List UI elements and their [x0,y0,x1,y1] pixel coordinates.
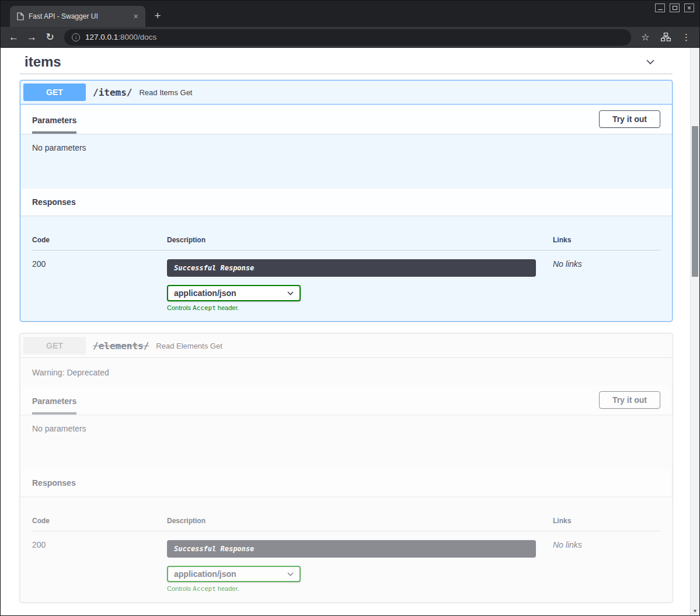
url-path: :8000/docs [118,33,156,41]
menu-icon[interactable]: ⋮ [678,29,695,46]
tab-tree-icon[interactable] [657,29,674,46]
response-row: 200 Successful Response application/json… [32,531,660,593]
vertical-scrollbar[interactable]: ▼ [690,48,699,615]
col-code-header: Code [32,236,167,244]
tag-section-header[interactable]: items [20,50,673,74]
operation-path: /elements/ [86,340,156,351]
responses-table-head: Code Description Links [32,236,660,250]
reload-icon[interactable]: ↻ [41,29,58,46]
responses-table: Code Description Links 200 Successful Re… [20,215,672,321]
page-icon [17,12,24,20]
swagger-ui: items GET /items/ Read Items Get Paramet… [1,48,690,615]
no-parameters-text: No parameters [20,415,672,469]
operation-summary-bar[interactable]: GET /items/ Read Items Get [20,81,672,105]
operation-description: Read Elements Get [156,342,222,350]
col-links-header: Links [553,236,660,244]
operation-description: Read Items Get [139,88,192,97]
forward-icon[interactable]: → [23,29,40,46]
address-bar[interactable]: i 127.0.0.1:8000/docs [64,29,631,46]
media-type-select[interactable]: application/json [167,285,301,301]
browser-toolbar: ← → ↻ i 127.0.0.1:8000/docs ☆ ⋮ [1,27,699,48]
col-description-header: Description [167,236,553,244]
col-code-header: Code [32,517,167,525]
accept-hint-suffix: header. [216,304,239,311]
collapse-chevron-icon[interactable] [643,55,657,69]
accept-header-hint: Controls Accept header. [167,304,553,312]
accept-header-hint: Controls Accept header. [167,585,553,593]
operation-summary-bar[interactable]: GET /elements/ Read Elements Get [20,334,672,358]
select-caret-icon [287,572,294,576]
minimize-icon [658,6,663,10]
media-type-value: application/json [174,569,236,579]
no-parameters-text: No parameters [20,134,672,189]
accept-hint-suffix: header. [216,585,239,592]
links-cell: No links [553,540,660,593]
accept-hint-code: Accept [193,304,216,312]
accept-hint-code: Accept [193,585,216,593]
media-type-select[interactable]: application/json [167,566,301,582]
response-description: Successful Response [167,540,536,558]
select-caret-icon [287,291,294,295]
close-button[interactable]: × [684,4,694,12]
col-description-header: Description [167,517,553,525]
tab-close-icon[interactable]: × [131,12,141,22]
parameters-tab: Parameters [32,105,76,134]
try-it-out-button[interactable]: Try it out [599,110,660,128]
links-cell: No links [553,259,660,312]
scrollbar-thumb[interactable] [692,126,698,277]
status-code: 200 [32,540,167,593]
responses-table: Code Description Links 200 Successful Re… [20,496,672,602]
status-code: 200 [32,259,167,312]
response-description-cell: Successful Response application/json Con… [167,259,553,312]
accept-hint-prefix: Controls [167,585,193,592]
responses-title: Responses [32,469,76,496]
site-info-icon[interactable]: i [72,33,80,41]
tab-strip: Fast API - Swagger UI × + × [1,1,699,27]
try-it-out-button[interactable]: Try it out [599,391,660,409]
response-description-cell: Successful Response application/json Con… [167,540,553,593]
maximize-button[interactable] [670,4,680,12]
col-links-header: Links [553,517,660,525]
accept-hint-prefix: Controls [167,304,193,311]
deprecated-content: GET /elements/ Read Elements Get Warning… [20,334,672,602]
minimize-button[interactable] [655,4,665,12]
scroll-down-icon[interactable]: ▼ [691,607,699,615]
method-badge: GET [23,337,86,354]
tab-title: Fast API - Swagger UI [29,12,126,20]
close-icon: × [687,5,691,12]
deprecated-warning: Warning: Deprecated [20,358,672,385]
parameters-tab: Parameters [32,385,76,415]
url-text: 127.0.0.1:8000/docs [85,33,156,41]
media-type-value: application/json [174,288,236,298]
opblock-get-items: GET /items/ Read Items Get Parameters Tr… [20,80,673,322]
responses-header: Responses [20,189,672,215]
maximize-icon [673,6,677,10]
response-description: Successful Response [167,259,536,277]
response-row: 200 Successful Response application/json… [32,250,660,312]
parameters-header: Parameters Try it out [20,385,672,415]
browser-window: Fast API - Swagger UI × + × ← → ↻ i 127.… [0,0,700,616]
method-badge: GET [23,83,86,101]
responses-header: Responses [20,469,672,496]
responses-title: Responses [32,189,76,215]
url-host: 127.0.0.1 [85,33,118,41]
responses-table-head: Code Description Links [32,517,660,531]
opblock-get-elements-deprecated: GET /elements/ Read Elements Get Warning… [20,333,673,603]
parameters-header: Parameters Try it out [20,105,672,134]
window-controls: × [655,4,694,12]
back-icon[interactable]: ← [5,29,22,46]
browser-tab[interactable]: Fast API - Swagger UI × [10,6,145,27]
tag-title: items [25,54,61,70]
operation-path: /items/ [86,87,139,98]
new-tab-button[interactable]: + [150,8,165,23]
toolbar-right: ☆ ⋮ [637,29,695,46]
bookmark-star-icon[interactable]: ☆ [637,29,654,46]
page-content: items GET /items/ Read Items Get Paramet… [1,48,699,615]
